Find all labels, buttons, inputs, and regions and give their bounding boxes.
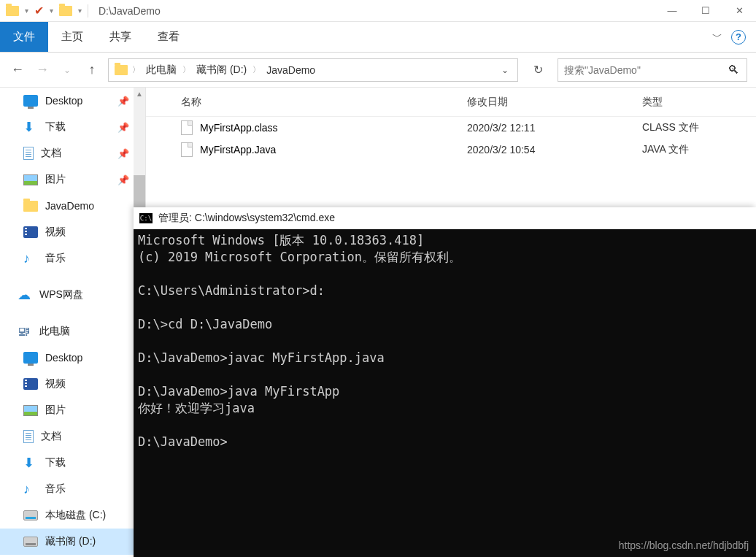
sidebar-item[interactable]: 本地磁盘 (C:) (0, 502, 145, 529)
file-name: MyFirstApp.class (200, 122, 278, 134)
tab-home[interactable]: 主页 (48, 22, 96, 52)
file-row[interactable]: MyFirstApp.class2020/3/2 12:11CLASS 文件 (146, 117, 756, 139)
download-icon: ⬇ (23, 121, 38, 133)
close-button[interactable]: ✕ (722, 0, 756, 22)
file-date: 2020/3/2 12:11 (467, 122, 642, 134)
column-headers: 名称 修改日期 类型 (146, 88, 756, 117)
column-header-date[interactable]: 修改日期 (467, 96, 642, 109)
sidebar-item[interactable]: Desktop (0, 345, 145, 371)
sidebar-item-label: 下载 (45, 456, 66, 469)
recent-dropdown-icon[interactable]: ⌄ (58, 61, 76, 79)
file-row[interactable]: MyFirstApp.Java2020/3/2 10:54JAVA 文件 (146, 139, 756, 161)
tab-view[interactable]: 查看 (144, 22, 193, 52)
pin-icon: 📌 (117, 174, 129, 185)
sidebar-item-label: 视频 (45, 226, 66, 239)
cloud-icon: ☁ (18, 289, 32, 301)
sidebar-item-label: 藏书阁 (D:) (45, 535, 96, 548)
folder-icon (115, 65, 128, 75)
sidebar-item[interactable]: ♪音乐 (0, 476, 145, 502)
breadcrumb-item[interactable]: 藏书阁 (D:) (195, 64, 248, 77)
forward-button[interactable]: → (34, 61, 51, 79)
sidebar-item-label: 音乐 (45, 252, 66, 265)
cmd-output[interactable]: Microsoft Windows [版本 10.0.18363.418] (c… (134, 229, 756, 557)
computer-icon: 🖳 (18, 326, 32, 337)
address-bar[interactable]: 〉 此电脑 〉 藏书阁 (D:) 〉 JavaDemo ⌄ (108, 58, 518, 82)
chevron-down-icon[interactable]: ﹀ (712, 31, 722, 44)
cmd-window: C:\ 管理员: C:\windows\system32\cmd.exe Mic… (134, 207, 756, 557)
maximize-button[interactable]: ☐ (689, 0, 722, 22)
cmd-titlebar[interactable]: C:\ 管理员: C:\windows\system32\cmd.exe (134, 207, 756, 229)
window-title: D:\JavaDemo (94, 5, 161, 17)
sidebar-item[interactable]: ⬇下载📌 (0, 114, 145, 140)
disk-icon (23, 510, 38, 520)
column-header-name[interactable]: 名称 (146, 96, 467, 109)
sidebar-item-label: 文档 (41, 430, 61, 443)
folder-icon (59, 6, 72, 16)
sidebar-item-label: 图片 (45, 173, 66, 186)
music-icon: ♪ (23, 253, 38, 264)
doc-icon (23, 147, 34, 160)
sidebar-item[interactable]: 图片📌 (0, 166, 145, 193)
separator (88, 4, 88, 18)
chevron-right-icon[interactable]: 〉 (182, 64, 190, 75)
sidebar-item-label: 文档 (41, 147, 61, 160)
sidebar-item[interactable]: ⬇下载 (0, 450, 145, 476)
watermark: https://blog.csdn.net/hdjbdbfj (619, 539, 749, 551)
help-icon[interactable]: ? (731, 30, 746, 45)
sidebar-item-label: JavaDemo (45, 200, 94, 212)
back-button[interactable]: ← (9, 61, 26, 79)
sidebar-item[interactable]: 图片 (0, 397, 145, 423)
pic-icon (23, 174, 38, 185)
music-icon: ♪ (23, 483, 38, 495)
scroll-up-icon[interactable]: ▲ (134, 88, 145, 99)
chevron-right-icon[interactable]: 〉 (132, 64, 140, 75)
qat-dropdown-icon[interactable]: ▾ (25, 7, 28, 15)
search-input[interactable] (558, 64, 720, 76)
file-icon (181, 120, 193, 135)
disk-icon (23, 537, 38, 547)
sidebar-item-label: 视频 (45, 377, 66, 391)
checkmark-icon[interactable]: ✔ (34, 4, 44, 18)
sidebar-item-label: 音乐 (45, 483, 66, 496)
qat-dropdown-icon[interactable]: ▾ (78, 7, 82, 15)
address-dropdown-icon[interactable]: ⌄ (501, 65, 509, 75)
file-type: CLASS 文件 (642, 121, 756, 134)
quick-access-toolbar: ▾ ✔ ▾ ▾ (0, 4, 94, 18)
search-icon[interactable]: 🔍︎ (720, 64, 747, 77)
sidebar-item-label: 本地磁盘 (C:) (45, 509, 106, 522)
breadcrumb-item[interactable]: JavaDemo (265, 64, 317, 76)
monitor-icon (23, 352, 38, 364)
refresh-button[interactable]: ↻ (525, 58, 550, 82)
up-button[interactable]: ↑ (83, 61, 101, 79)
tab-share[interactable]: 共享 (96, 22, 144, 52)
navigation-row: ← → ⌄ ↑ 〉 此电脑 〉 藏书阁 (D:) 〉 JavaDemo ⌄ ↻ … (0, 53, 756, 88)
sidebar-item-label: 此电脑 (39, 325, 70, 338)
sidebar-item-label: 下载 (45, 120, 66, 134)
qat-dropdown-icon[interactable]: ▾ (50, 7, 53, 15)
navigation-pane: Desktop📌⬇下载📌文档📌图片📌JavaDemo视频♪音乐 ☁WPS网盘 🖳… (0, 88, 146, 557)
sidebar-item[interactable]: 视频 (0, 219, 145, 245)
column-header-type[interactable]: 类型 (642, 96, 756, 109)
breadcrumb-item[interactable]: 此电脑 (144, 64, 178, 77)
sidebar-item[interactable]: 视频 (0, 371, 145, 397)
file-name: MyFirstApp.Java (200, 144, 276, 155)
file-tab[interactable]: 文件 (0, 22, 48, 52)
sidebar-item-label: Desktop (45, 352, 82, 364)
sidebar-item[interactable]: ♪音乐 (0, 245, 145, 272)
sidebar-item[interactable]: 藏书阁 (D:) (0, 529, 145, 555)
download-icon: ⬇ (23, 457, 38, 469)
search-box[interactable]: 🔍︎ (558, 58, 747, 82)
sidebar-item[interactable]: 文档📌 (0, 140, 145, 166)
scroll-thumb[interactable] (134, 175, 145, 212)
sidebar-item-thispc[interactable]: 🖳此电脑 (0, 318, 145, 345)
chevron-right-icon[interactable]: 〉 (252, 64, 261, 75)
doc-icon (23, 430, 34, 443)
minimize-button[interactable]: ― (655, 0, 689, 22)
ribbon-tabs: 文件 主页 共享 查看 ﹀ ? (0, 22, 756, 53)
sidebar-item[interactable]: 文档 (0, 423, 145, 450)
cmd-icon: C:\ (139, 213, 153, 223)
sidebar-item[interactable]: Desktop📌 (0, 88, 145, 114)
sidebar-item[interactable]: JavaDemo (0, 193, 145, 219)
sidebar-item-wps[interactable]: ☁WPS网盘 (0, 282, 145, 308)
window-controls: ― ☐ ✕ (655, 0, 756, 22)
